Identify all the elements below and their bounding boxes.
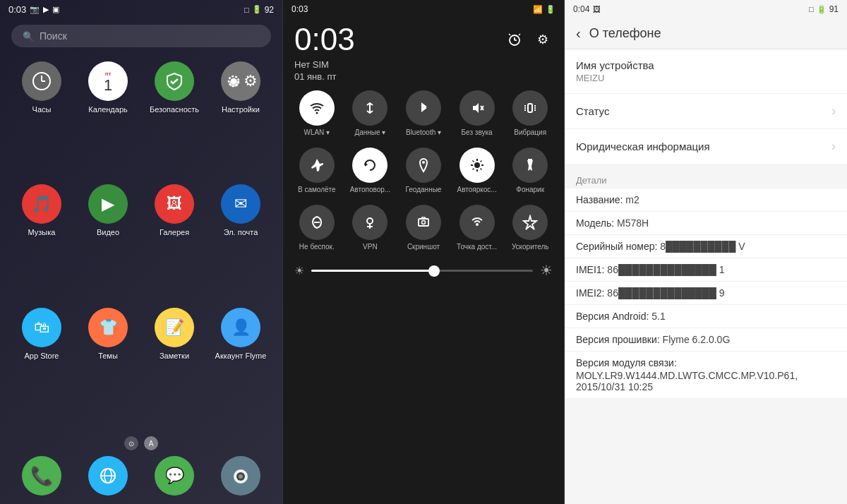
email-label: Эл. почта: [224, 228, 258, 236]
toggle-vpn[interactable]: VPN: [345, 205, 396, 251]
detail-name-value: m2: [625, 194, 639, 205]
detail-model-value: M578H: [617, 217, 649, 229]
toggle-vibrate[interactable]: Вибрация: [505, 90, 555, 136]
app-appstore[interactable]: 🛍 App Store: [11, 308, 72, 425]
quick-toggles-row3: Не беспок. VPN Скриншот Точка дост... Ус…: [283, 199, 564, 256]
svg-rect-41: [419, 219, 428, 226]
toggle-screenshot[interactable]: Скриншот: [398, 205, 449, 251]
browser-icon: [88, 456, 128, 496]
alarm-icon[interactable]: [505, 30, 524, 49]
video-label: Видео: [97, 228, 119, 236]
svg-line-34: [480, 169, 481, 170]
svg-point-27: [422, 161, 425, 164]
toggle-rotate[interactable]: Автоповор...: [345, 148, 396, 193]
detail-imei1-label: IMEI1:: [576, 264, 604, 275]
app-email[interactable]: ✉ Эл. почта: [210, 184, 271, 301]
auto-brightness-label: Автояркос...: [457, 186, 497, 193]
settings-label: Настройки: [222, 105, 260, 114]
svg-point-15: [316, 112, 318, 114]
brightness-track[interactable]: [311, 270, 533, 272]
toggle-wifi[interactable]: WLAN ▾: [292, 90, 342, 136]
toggle-location[interactable]: Геоданные: [398, 148, 449, 193]
brightness-control[interactable]: ☀ ☀: [283, 256, 564, 284]
status-title: Статус: [576, 105, 609, 117]
app-clock[interactable]: Часы: [11, 61, 72, 179]
toggle-auto-brightness[interactable]: Автояркос...: [452, 148, 503, 193]
svg-rect-19: [528, 104, 532, 112]
search-bar[interactable]: 🔍 Поиск: [11, 25, 271, 47]
about-row-device-name[interactable]: Имя устройства MEIZU: [565, 49, 847, 94]
shade-status-bar: 0:03 📶 🔋: [283, 0, 564, 18]
dock-messages[interactable]: 💬: [144, 456, 205, 496]
shade-header-icons: ⚙: [505, 30, 553, 49]
svg-marker-26: [365, 162, 368, 167]
screenshot-label: Скриншот: [407, 243, 440, 251]
toggle-boost[interactable]: Ускоритель: [505, 205, 555, 251]
detail-modem: Версия модуля связи: MOLY.LR9.W1444.MD.L…: [565, 352, 847, 398]
app-gallery[interactable]: 🖼 Галерея: [144, 184, 205, 301]
about-content: Имя устройства MEIZU Статус › Юридическа…: [565, 49, 847, 504]
bluetooth-toggle-circle: [406, 90, 441, 126]
settings-icon: ⚙: [221, 61, 260, 101]
dock-phone[interactable]: 📞: [11, 456, 72, 496]
about-header: ‹ О телефоне: [565, 18, 847, 49]
app-flyme[interactable]: 👤 Аккаунт Flyme: [210, 308, 271, 425]
airplane-label: В самолёте: [298, 186, 336, 193]
device-name-value: MEIZU: [576, 73, 654, 83]
detail-imei1-value: 86██████████████ 1: [607, 264, 724, 275]
app-settings[interactable]: ⚙ Настройки: [210, 61, 271, 179]
settings-shade-icon[interactable]: ⚙: [533, 30, 553, 49]
themes-label: Темы: [98, 352, 118, 360]
security-icon: [155, 61, 194, 101]
status-arrow-icon: ›: [831, 104, 836, 119]
detail-imei2-value: 86██████████████ 9: [607, 287, 724, 299]
toggle-dnd[interactable]: Не беспок.: [292, 205, 342, 251]
about-row-status[interactable]: Статус ›: [565, 94, 847, 129]
app-security[interactable]: Безопасность: [144, 61, 205, 179]
notes-label: Заметки: [160, 352, 189, 360]
quick-toggles-row2: В самолёте Автоповор... Геоданные Автояр…: [283, 142, 564, 199]
dock-browser[interactable]: [78, 456, 138, 496]
app-themes[interactable]: 👕 Темы: [78, 308, 138, 425]
toggle-torch[interactable]: Фонарик: [505, 148, 555, 193]
appstore-icon: 🛍: [22, 308, 61, 347]
dock-indicators: ⊙ A: [11, 436, 271, 450]
dock-camera[interactable]: [210, 456, 271, 496]
boost-label: Ускоритель: [512, 243, 549, 251]
boost-toggle-circle: [512, 205, 548, 240]
hotspot-toggle-circle: [459, 205, 495, 240]
detail-serial-label: Серийный номер:: [576, 241, 657, 252]
shade-time-status: 0:03: [292, 4, 308, 14]
brightness-high-icon: ☀: [540, 262, 553, 279]
toggle-airplane[interactable]: В самолёте: [292, 148, 342, 193]
app-grid: Часы пт 1 Календарь Безопасность ⚙ Настр…: [0, 56, 282, 431]
toggle-data[interactable]: Данные ▾: [345, 90, 396, 136]
back-button[interactable]: ‹: [576, 25, 581, 42]
data-toggle-circle: [352, 90, 388, 126]
search-icon: 🔍: [23, 31, 34, 42]
details-section: Название: m2 Модель: M578H Серийный номе…: [565, 188, 847, 398]
detail-modem-value: MOLY.LR9.W1444.MD.LWTG.CMCC.MP.V10.P61, …: [576, 370, 798, 392]
time-home: 0:03: [8, 4, 26, 15]
detail-modem-label: Версия модуля связи:: [576, 357, 836, 368]
flyme-icon: 👤: [221, 308, 260, 347]
toggle-bluetooth[interactable]: Bluetooth ▾: [398, 90, 449, 136]
rotate-toggle-circle: [352, 148, 388, 183]
notification-shade-panel: 0:03 📶 🔋 0:03 Нет SIM 01 янв. пт ⚙: [282, 0, 565, 504]
home-indicator: ⊙: [124, 436, 138, 450]
app-video[interactable]: ▶ Видео: [78, 184, 138, 301]
app-music[interactable]: 🎵 Музыка: [11, 184, 72, 301]
app-notes[interactable]: 📝 Заметки: [144, 308, 205, 425]
clock-icon: [22, 61, 61, 101]
email-icon: ✉: [221, 184, 260, 224]
toggle-hotspot[interactable]: Точка дост...: [452, 205, 503, 251]
toggle-mute[interactable]: Без звука: [452, 90, 503, 136]
shade-big-time: 0:03: [294, 24, 355, 55]
mute-label: Без звука: [462, 128, 493, 136]
about-row-legal[interactable]: Юридическая информация ›: [565, 129, 847, 164]
calendar-label: Календарь: [88, 105, 128, 114]
app-calendar[interactable]: пт 1 Календарь: [78, 61, 138, 179]
status-right: □ 🔋 92: [244, 5, 274, 15]
vpn-toggle-circle: [352, 205, 388, 240]
hotspot-label: Точка дост...: [457, 243, 497, 251]
